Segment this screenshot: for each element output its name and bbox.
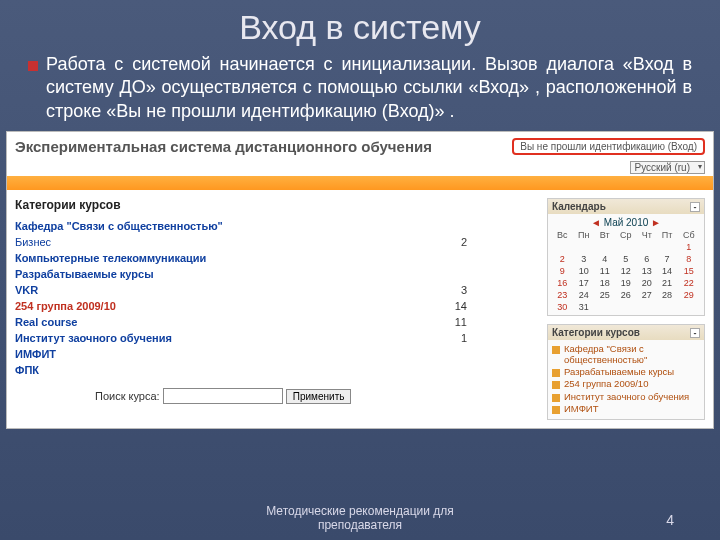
course-row: Компьютерные телекоммуникации <box>15 250 537 266</box>
prev-month-icon[interactable]: ◄ <box>591 217 601 228</box>
course-count <box>467 348 537 360</box>
course-row: Разрабатываемые курсы <box>15 266 537 282</box>
footer: Методические рекомендации для преподават… <box>0 504 720 532</box>
course-link[interactable]: VKR <box>15 284 38 296</box>
side-category-item: Разрабатываемые курсы <box>552 366 700 378</box>
side-category-link[interactable]: Кафедра "Связи с общественностью" <box>564 344 700 365</box>
course-list: Кафедра "Связи с общественностью"Бизнес2… <box>15 218 537 378</box>
calendar-table: ВсПнВтСрЧтПтСб 1234567891011121314151617… <box>552 229 700 313</box>
course-row: 254 группа 2009/1014 <box>15 298 537 314</box>
course-count <box>467 364 537 376</box>
login-link[interactable]: Вы не прошли идентификацию (Вход) <box>512 138 705 155</box>
course-row: Real course11 <box>15 314 537 330</box>
course-link[interactable]: Real course <box>15 316 77 328</box>
side-category-link[interactable]: Разрабатываемые курсы <box>564 367 674 377</box>
course-link[interactable]: ИМФИТ <box>15 348 56 360</box>
course-link[interactable]: Бизнес <box>15 236 51 248</box>
course-count: 2 <box>461 236 537 248</box>
course-row: Кафедра "Связи с общественностью" <box>15 218 537 234</box>
page-number: 4 <box>666 512 674 528</box>
course-row: ФПК <box>15 362 537 378</box>
course-row: Институт заочного обучения1 <box>15 330 537 346</box>
collapse-icon[interactable]: - <box>690 328 700 338</box>
folder-icon <box>552 381 560 389</box>
course-count <box>467 220 537 232</box>
slide-title: Вход в систему <box>0 0 720 53</box>
paragraph-row: Работа с системой начинается с инициализ… <box>0 53 720 131</box>
side-category-link[interactable]: 254 группа 2009/10 <box>564 379 648 389</box>
course-link[interactable]: Кафедра "Связи с общественностью" <box>15 220 223 232</box>
folder-icon <box>552 394 560 402</box>
course-count <box>467 268 537 280</box>
nav-bar <box>7 176 713 190</box>
search-button[interactable]: Применить <box>286 389 352 404</box>
course-count: 14 <box>455 300 537 312</box>
categories-header: Категории курсов <box>15 198 537 212</box>
course-row: Бизнес2 <box>15 234 537 250</box>
side-categories-header: Категории курсов <box>552 327 640 338</box>
collapse-icon[interactable]: - <box>690 202 700 212</box>
side-category-link[interactable]: Институт заочного обучения <box>564 392 689 402</box>
search-row: Поиск курса: Применить <box>15 378 537 404</box>
course-count <box>467 252 537 264</box>
course-row: ИМФИТ <box>15 346 537 362</box>
folder-icon <box>552 369 560 377</box>
course-count: 11 <box>455 316 537 328</box>
side-categories-list: Кафедра "Связи с общественностью"Разраба… <box>548 340 704 419</box>
language-select[interactable]: Русский (ru) <box>630 161 705 174</box>
footer-text: Методические рекомендации для преподават… <box>230 504 490 532</box>
side-category-item: Кафедра "Связи с общественностью" <box>552 343 700 366</box>
main-column: Категории курсов Кафедра "Связи с общест… <box>15 198 537 428</box>
search-input[interactable] <box>163 388 283 404</box>
bullet-icon <box>28 61 38 71</box>
side-category-link[interactable]: ИМФИТ <box>564 404 599 414</box>
course-count: 1 <box>461 332 537 344</box>
course-count: 3 <box>461 284 537 296</box>
slide-paragraph: Работа с системой начинается с инициализ… <box>46 53 692 123</box>
side-category-item: ИМФИТ <box>552 403 700 415</box>
course-row: VKR3 <box>15 282 537 298</box>
calendar-box: Календарь - ◄ Май 2010 ► ВсПнВтСрЧтПтСб … <box>547 198 705 316</box>
calendar-month: Май 2010 <box>604 217 649 228</box>
side-column: Календарь - ◄ Май 2010 ► ВсПнВтСрЧтПтСб … <box>547 198 705 428</box>
course-link[interactable]: 254 группа 2009/10 <box>15 300 116 312</box>
folder-icon <box>552 406 560 414</box>
folder-icon <box>552 346 560 354</box>
next-month-icon[interactable]: ► <box>651 217 661 228</box>
calendar-header: Календарь <box>552 201 606 212</box>
course-link[interactable]: Институт заочного обучения <box>15 332 172 344</box>
site-title: Экспериментальная система дистанционного… <box>15 138 432 155</box>
course-link[interactable]: Разрабатываемые курсы <box>15 268 154 280</box>
side-category-item: Институт заочного обучения <box>552 391 700 403</box>
course-link[interactable]: ФПК <box>15 364 39 376</box>
search-label: Поиск курса: <box>95 390 160 402</box>
course-link[interactable]: Компьютерные телекоммуникации <box>15 252 206 264</box>
slide: Вход в систему Работа с системой начинае… <box>0 0 720 540</box>
lang-row: Русский (ru) <box>7 161 713 176</box>
screenshot: Экспериментальная система дистанционного… <box>6 131 714 429</box>
side-category-item: 254 группа 2009/10 <box>552 378 700 390</box>
calendar-nav: ◄ Май 2010 ► <box>552 216 700 229</box>
side-categories-box: Категории курсов - Кафедра "Связи с обще… <box>547 324 705 420</box>
